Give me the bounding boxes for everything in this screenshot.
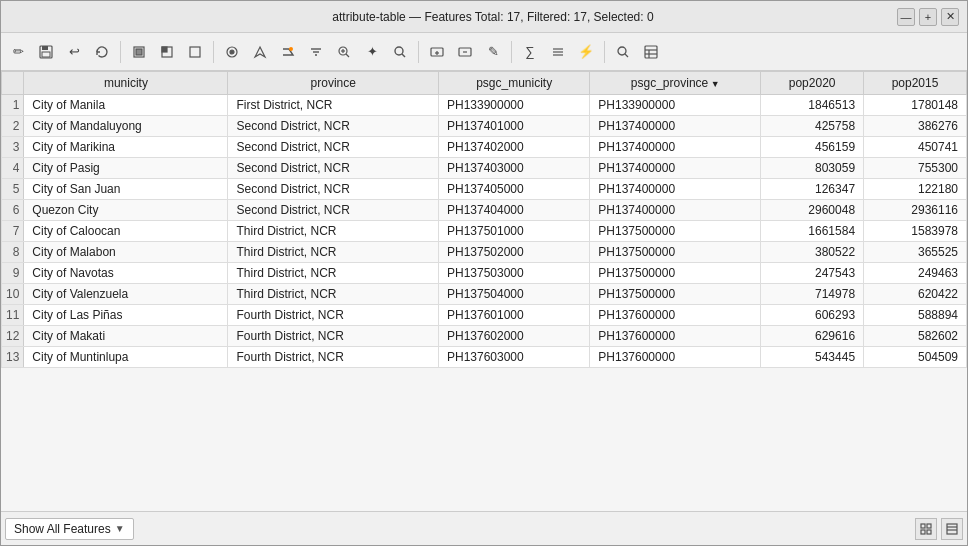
cell-province: Second District, NCR	[228, 200, 439, 221]
reload-button[interactable]	[89, 39, 115, 65]
sep4	[511, 41, 512, 63]
cell-psgc-province: PH137500000	[590, 242, 761, 263]
cell-province: Second District, NCR	[228, 137, 439, 158]
cell-pop2015: 122180	[864, 179, 967, 200]
col-header-municity[interactable]: municity	[24, 72, 228, 95]
filter-expr-button[interactable]	[275, 39, 301, 65]
minimize-button[interactable]: —	[897, 8, 915, 26]
zoom-sel-button[interactable]	[331, 39, 357, 65]
table-row[interactable]: 12City of MakatiFourth District, NCRPH13…	[2, 326, 967, 347]
row-number-cell: 12	[2, 326, 24, 347]
cell-pop2020: 629616	[761, 326, 864, 347]
table-row[interactable]: 7City of CaloocanThird District, NCRPH13…	[2, 221, 967, 242]
zoom-in-button[interactable]	[610, 39, 636, 65]
status-bar: Show All Features ▼	[1, 511, 967, 545]
cell-psgc-province: PH137600000	[590, 326, 761, 347]
cell-psgc-municity: PH137501000	[438, 221, 589, 242]
cell-pop2020: 543445	[761, 347, 864, 368]
cell-psgc-province: PH137500000	[590, 221, 761, 242]
table-row[interactable]: 9City of NavotasThird District, NCRPH137…	[2, 263, 967, 284]
row-number-cell: 9	[2, 263, 24, 284]
cell-pop2015: 1583978	[864, 221, 967, 242]
row-number-cell: 8	[2, 242, 24, 263]
new-field-button[interactable]	[424, 39, 450, 65]
pan-sel-button[interactable]: ✦	[359, 39, 385, 65]
table-row[interactable]: 10City of ValenzuelaThird District, NCRP…	[2, 284, 967, 305]
cell-pop2015: 504509	[864, 347, 967, 368]
window-controls: — + ✕	[897, 8, 959, 26]
row-number-cell: 10	[2, 284, 24, 305]
title-bar: attribute-table — Features Total: 17, Fi…	[1, 1, 967, 33]
cell-psgc-province: PH137400000	[590, 137, 761, 158]
svg-rect-6	[162, 47, 167, 52]
del-field-button[interactable]	[452, 39, 478, 65]
maximize-button[interactable]: +	[919, 8, 937, 26]
status-icon-1[interactable]	[915, 518, 937, 540]
table-row[interactable]: 3City of MarikinaSecond District, NCRPH1…	[2, 137, 967, 158]
calculator-button[interactable]: ∑	[517, 39, 543, 65]
cell-pop2015: 365525	[864, 242, 967, 263]
table-row[interactable]: 5City of San JuanSecond District, NCRPH1…	[2, 179, 967, 200]
col-header-pop2015[interactable]: pop2015	[864, 72, 967, 95]
svg-rect-36	[927, 524, 931, 528]
table-container: municity province psgc_municity psgc_pro…	[1, 71, 967, 511]
edit-field-button[interactable]: ✎	[480, 39, 506, 65]
cell-psgc-municity: PH137403000	[438, 158, 589, 179]
cell-municity: City of Pasig	[24, 158, 228, 179]
cell-psgc-province: PH137400000	[590, 200, 761, 221]
table-view-button[interactable]	[638, 39, 664, 65]
cell-municity: City of Caloocan	[24, 221, 228, 242]
status-icon-2[interactable]	[941, 518, 963, 540]
col-header-psgc-province[interactable]: psgc_province	[590, 72, 761, 95]
table-row[interactable]: 6Quezon CitySecond District, NCRPH137404…	[2, 200, 967, 221]
col-header-psgc-municity[interactable]: psgc_municity	[438, 72, 589, 95]
cond-form-button[interactable]	[545, 39, 571, 65]
col-header-pop2020[interactable]: pop2020	[761, 72, 864, 95]
sep5	[604, 41, 605, 63]
cell-province: Third District, NCR	[228, 221, 439, 242]
table-row[interactable]: 13City of MuntinlupaFourth District, NCR…	[2, 347, 967, 368]
filter-button[interactable]	[303, 39, 329, 65]
cell-municity: City of Navotas	[24, 263, 228, 284]
edit-pencil-button[interactable]: ✏	[5, 39, 31, 65]
select-all-button[interactable]	[126, 39, 152, 65]
svg-rect-1	[42, 46, 48, 50]
row-number-cell: 1	[2, 95, 24, 116]
cell-psgc-province: PH137600000	[590, 305, 761, 326]
cell-pop2015: 450741	[864, 137, 967, 158]
cell-psgc-municity: PH137405000	[438, 179, 589, 200]
actions-button[interactable]: ⚡	[573, 39, 599, 65]
svg-point-11	[289, 47, 293, 51]
select-loc-button[interactable]	[247, 39, 273, 65]
cell-psgc-province: PH137600000	[590, 347, 761, 368]
svg-rect-39	[947, 524, 957, 534]
undo-button[interactable]: ↩	[61, 39, 87, 65]
cell-municity: City of Manila	[24, 95, 228, 116]
close-button[interactable]: ✕	[941, 8, 959, 26]
cell-province: Fourth District, NCR	[228, 305, 439, 326]
deselect-button[interactable]	[182, 39, 208, 65]
toolbar: ✏ ↩ ✦	[1, 33, 967, 71]
table-row[interactable]: 8City of MalabonThird District, NCRPH137…	[2, 242, 967, 263]
cell-pop2020: 1846513	[761, 95, 864, 116]
svg-rect-35	[921, 524, 925, 528]
table-scroll[interactable]: municity province psgc_municity psgc_pro…	[1, 71, 967, 511]
invert-sel-button[interactable]	[154, 39, 180, 65]
search-button[interactable]	[387, 39, 413, 65]
row-number-cell: 2	[2, 116, 24, 137]
table-row[interactable]: 1City of ManilaFirst District, NCRPH1339…	[2, 95, 967, 116]
table-row[interactable]: 4City of PasigSecond District, NCRPH1374…	[2, 158, 967, 179]
table-row[interactable]: 2City of MandaluyongSecond District, NCR…	[2, 116, 967, 137]
save-button[interactable]	[33, 39, 59, 65]
col-header-province[interactable]: province	[228, 72, 439, 95]
cell-psgc-province: PH133900000	[590, 95, 761, 116]
table-row[interactable]: 11City of Las PiñasFourth District, NCRP…	[2, 305, 967, 326]
cell-province: Fourth District, NCR	[228, 347, 439, 368]
filter-map-button[interactable]	[219, 39, 245, 65]
svg-point-19	[395, 47, 403, 55]
cell-pop2020: 2960048	[761, 200, 864, 221]
cell-pop2020: 456159	[761, 137, 864, 158]
show-all-features-button[interactable]: Show All Features ▼	[5, 518, 134, 540]
cell-psgc-municity: PH137401000	[438, 116, 589, 137]
cell-province: Third District, NCR	[228, 263, 439, 284]
